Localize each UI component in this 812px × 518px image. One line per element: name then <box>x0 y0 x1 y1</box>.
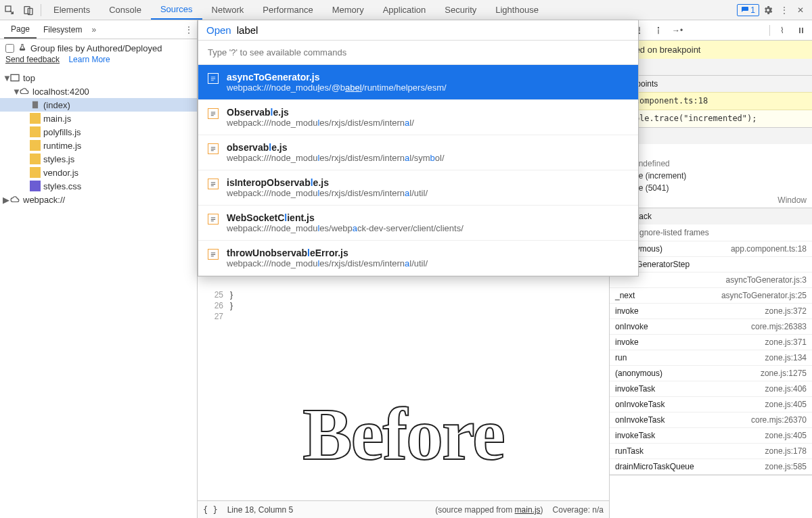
paused-banner: Paused on breakpoint <box>610 41 812 59</box>
pretty-print-icon[interactable]: { } <box>203 505 218 515</box>
file-label: styles.css <box>43 181 81 191</box>
file-label: main.js <box>43 114 71 124</box>
tree-file[interactable]: runtime.js <box>0 139 197 152</box>
quick-open-item[interactable]: isInteropObservable.jswebpack:///node_mo… <box>198 170 638 206</box>
tree-file[interactable]: styles.js <box>0 152 197 166</box>
coverage: Coverage: n/a <box>553 505 604 515</box>
tab-lighthouse[interactable]: Lighthouse <box>486 0 548 20</box>
tab-performance[interactable]: Performance <box>253 0 322 20</box>
scope-line[interactable]: Local <box>610 145 812 158</box>
pause-exceptions-icon[interactable] <box>794 24 808 37</box>
svg-rect-16 <box>211 185 214 186</box>
callstack-frame[interactable]: runzone.js:134 <box>610 350 812 366</box>
close-icon[interactable]: ✕ <box>793 3 808 18</box>
quick-open-item[interactable]: asyncToGenerator.jswebpack:///node_modul… <box>198 65 638 100</box>
tab-sources[interactable]: Sources <box>151 0 202 20</box>
tab-security[interactable]: Security <box>435 0 486 20</box>
chevron-down-icon: ▼ <box>12 87 19 97</box>
tab-memory[interactable]: Memory <box>323 0 374 20</box>
code-line: } <box>230 289 233 300</box>
tree-host[interactable]: ▼ localhost:4200 <box>0 85 197 98</box>
quick-open-item[interactable]: observable.jswebpack:///node_modules/rxj… <box>198 135 638 170</box>
callstack-frame[interactable]: invokezone.js:372 <box>610 304 812 319</box>
callstack-frame[interactable]: (anonymous)zone.js:1275 <box>610 366 812 381</box>
more-tabs-icon[interactable]: » <box>91 25 96 34</box>
svg-rect-6 <box>211 78 215 79</box>
quick-open-list[interactable]: asyncToGenerator.jswebpack:///node_modul… <box>198 65 638 276</box>
snippet-icon <box>208 249 219 260</box>
callstack-frame[interactable]: asyncGeneratorStep <box>610 257 812 273</box>
code-lines: } } <box>230 289 233 311</box>
inspect-icon[interactable] <box>0 1 19 20</box>
quick-open-item[interactable]: Observable.jswebpack:///node_modules/rxj… <box>198 100 638 135</box>
scope-line[interactable]: GlobalWindow <box>610 194 812 206</box>
breakpoint-code[interactable]: console.trace("incremented"); <box>610 110 812 127</box>
tree-file[interactable]: styles.css <box>0 179 197 193</box>
tab-network[interactable]: Network <box>202 0 254 20</box>
tree-file[interactable]: main.js <box>0 112 197 125</box>
scope-line[interactable]: this:undefined <box>610 158 812 170</box>
quick-open-input[interactable] <box>237 24 630 36</box>
callstack-frame[interactable]: _nextasyncToGenerator.js:25 <box>610 288 812 304</box>
deactivate-breakpoints-icon[interactable]: ⌇ <box>775 24 789 37</box>
file-label: styles.js <box>43 154 74 164</box>
callstack-frame[interactable]: (anonymous)app.component.ts:18 <box>610 241 812 257</box>
line-number: 27 <box>198 311 223 322</box>
tree-host-label: localhost:4200 <box>32 87 89 97</box>
tree-file[interactable]: polyfills.js <box>0 125 197 139</box>
scope-line[interactable]: Closure (5041) <box>610 182 812 194</box>
callstack-header[interactable]: Call Stack <box>610 208 812 225</box>
callstack-frame[interactable]: runTaskzone.js:178 <box>610 444 812 459</box>
callstack-frame[interactable]: onInvokeTaskcore.mjs:26370 <box>610 413 812 428</box>
filesystem-tab[interactable]: Filesystem <box>37 20 89 39</box>
settings-icon[interactable] <box>761 3 775 18</box>
tab-console[interactable]: Console <box>99 0 151 20</box>
step-into-icon[interactable] <box>652 24 665 37</box>
navigator-menu-icon[interactable]: ⋮ <box>185 25 193 34</box>
callstack-frame[interactable]: drainMicroTaskQueuezone.js:585 <box>610 459 812 475</box>
ignore-listed-hint[interactable]: Show ignore-listed frames <box>610 225 812 241</box>
svg-rect-5 <box>211 77 215 78</box>
svg-point-24 <box>658 26 659 28</box>
scope-line[interactable]: Closure (increment) <box>610 170 812 182</box>
step-out-icon[interactable]: →• <box>671 24 684 37</box>
issues-badge[interactable]: 1 <box>737 4 759 16</box>
panel-tabs: Elements Console Sources Network Perform… <box>44 0 737 20</box>
callstack-frame[interactable]: invokeTaskzone.js:405 <box>610 428 812 444</box>
learn-more-link[interactable]: Learn More <box>68 55 110 64</box>
line-number: 26 <box>198 300 223 311</box>
svg-rect-20 <box>211 253 215 254</box>
callstack-frame[interactable]: onInvokeTaskzone.js:405 <box>610 397 812 413</box>
svg-rect-15 <box>211 184 215 185</box>
breakpoint-location[interactable]: app.component.ts:18 <box>610 92 812 110</box>
code-editor[interactable]: 25 26 27 } } Before Open Type '?' to see… <box>198 20 609 500</box>
callstack-frame[interactable]: invokeTaskzone.js:406 <box>610 381 812 397</box>
callstack-frame[interactable]: asyncToGenerator.js:3 <box>610 273 812 288</box>
tab-application[interactable]: Application <box>374 0 436 20</box>
tree-top[interactable]: ▼ top <box>0 71 197 85</box>
quick-open-item[interactable]: throwUnobservableError.jswebpack:///node… <box>198 241 638 276</box>
cloud-icon <box>19 86 30 97</box>
tree-webpack[interactable]: ▶ webpack:// <box>0 193 197 206</box>
breakpoints-header[interactable]: Breakpoints <box>610 76 812 92</box>
watch-header[interactable]: Watch <box>610 59 812 75</box>
page-tab[interactable]: Page <box>4 20 37 39</box>
tree-file[interactable]: (index) <box>0 98 197 112</box>
tab-elements[interactable]: Elements <box>44 0 99 20</box>
callstack-frame[interactable]: invokezone.js:371 <box>610 335 812 350</box>
send-feedback-link[interactable]: Send feedback <box>5 55 60 64</box>
callstack-frame[interactable]: onInvokecore.mjs:26383 <box>610 319 812 335</box>
group-files-checkbox[interactable] <box>5 44 14 53</box>
snippet-icon <box>208 73 219 84</box>
svg-rect-26 <box>802 27 803 32</box>
debugger-sidebar: →• ⌇ Paused on breakpoint Watch Breakpoi… <box>609 20 812 518</box>
device-toggle-icon[interactable] <box>19 1 38 20</box>
tree-file[interactable]: vendor.js <box>0 166 197 179</box>
svg-rect-4 <box>32 101 38 109</box>
svg-rect-12 <box>211 149 215 149</box>
quick-open-popup: Open Type '?' to see available commands … <box>198 20 639 277</box>
scope-header[interactable]: Scope <box>610 128 812 144</box>
source-map-link[interactable]: main.js <box>515 505 541 515</box>
kebab-icon[interactable]: ⋮ <box>777 3 792 18</box>
quick-open-item[interactable]: WebSocketClient.jswebpack:///node_module… <box>198 206 638 241</box>
